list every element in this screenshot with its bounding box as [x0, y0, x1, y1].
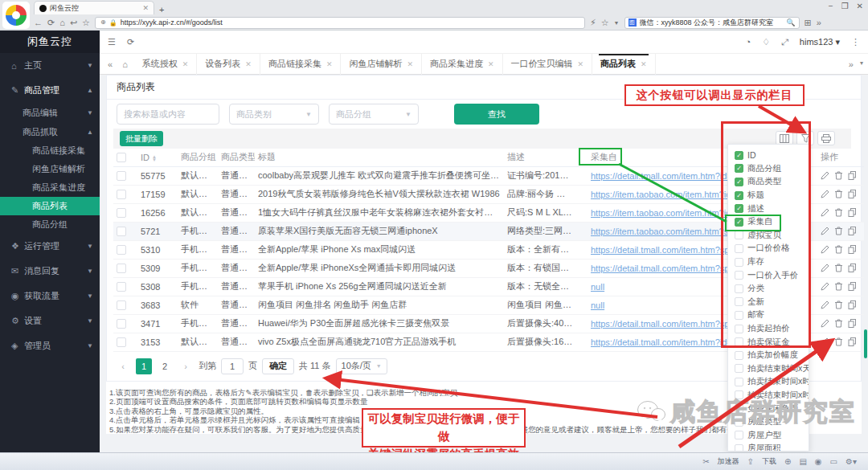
favorite-icon[interactable]: ☆ [601, 18, 609, 27]
delete-icon[interactable] [834, 171, 843, 180]
copy-icon[interactable] [848, 264, 857, 272]
column-option-拍卖加价幅度[interactable]: 拍卖加价幅度 [735, 349, 809, 362]
row-checkbox[interactable] [117, 319, 126, 329]
next-page-icon[interactable]: › [178, 358, 194, 374]
column-option-拍卖结束时间x时x分[interactable]: 拍卖结束时间x时x分 [735, 375, 809, 389]
unchecked-checkbox-icon[interactable] [735, 258, 743, 267]
hamburger-icon[interactable]: ☰ [108, 38, 116, 47]
grid-apps-icon[interactable]: ⊞ [805, 18, 812, 27]
sidebar-item-goods-group[interactable]: 商品分组 [0, 215, 100, 234]
edit-icon[interactable] [821, 264, 829, 272]
row-checkbox[interactable] [117, 282, 126, 292]
restore-icon[interactable]: ❐ [841, 2, 849, 10]
row-checkbox[interactable] [117, 171, 126, 181]
browser-tab[interactable]: 闲鱼云控 ✕ [34, 1, 154, 14]
sidebar-item-run-manage[interactable]: ❖运行管理▼ [0, 234, 100, 259]
delete-icon[interactable] [834, 264, 843, 272]
username[interactable]: hims123 ▾ [800, 37, 840, 47]
row-checkbox[interactable] [117, 208, 126, 218]
column-option-一口价价格[interactable]: 一口价价格 [735, 242, 809, 255]
row-checkbox[interactable] [117, 300, 126, 310]
close-icon[interactable]: ✕ [182, 60, 189, 68]
column-option-拍卖结束时间x时后[interactable]: 拍卖结束时间x时后 [735, 389, 809, 403]
unchecked-checkbox-icon[interactable] [735, 444, 743, 452]
tag-icon[interactable]: ♢ [762, 37, 770, 47]
home-icon[interactable]: ⌂ [59, 18, 65, 27]
edit-icon[interactable] [821, 190, 829, 198]
checked-checkbox-icon[interactable]: ✓ [735, 164, 743, 173]
sidebar-item-link-collect[interactable]: 商品链接采集 [0, 141, 100, 160]
sidebar-item-admin[interactable]: ◈管理员▼ [0, 333, 100, 358]
copy-icon[interactable] [848, 300, 857, 309]
flash-icon[interactable]: ⚡ [590, 18, 596, 27]
sidebar-item-goods-edit[interactable]: 商品编辑▼ [0, 103, 100, 122]
unchecked-checkbox-icon[interactable] [735, 431, 743, 439]
more-menu-icon[interactable]: ⋮ [851, 37, 860, 47]
close-tab-icon[interactable]: ✕ [142, 4, 149, 12]
delete-icon[interactable] [834, 208, 843, 217]
accelerator-label[interactable]: 加速器 [718, 456, 739, 467]
sidebar-item-settings[interactable]: ⚙设置▼ [0, 309, 100, 333]
column-option-房屋类型[interactable]: 房屋类型 [735, 415, 809, 429]
delete-icon[interactable] [834, 245, 843, 254]
unchecked-checkbox-icon[interactable] [735, 311, 743, 320]
print-icon[interactable] [817, 131, 835, 145]
sidebar-item-goods-grab[interactable]: 商品抓取▲ [0, 122, 100, 141]
fullscreen-icon[interactable]: ⤢ [781, 37, 788, 47]
delete-icon[interactable] [834, 337, 843, 346]
column-option-虚拟宝贝[interactable]: 虚拟宝贝 [735, 229, 809, 243]
scrollbar-thumb[interactable] [864, 329, 867, 358]
new-tab-button[interactable]: + [159, 5, 164, 14]
upload-icon[interactable]: ⇪ [747, 457, 754, 466]
page-size-select[interactable]: 10条/页▼ [336, 358, 387, 374]
copy-icon[interactable] [848, 171, 857, 180]
edit-icon[interactable] [821, 300, 829, 309]
checked-checkbox-icon[interactable]: ✓ [735, 204, 743, 213]
row-checkbox[interactable] [117, 337, 126, 347]
speed-icon[interactable]: ◔ [746, 37, 751, 47]
unchecked-checkbox-icon[interactable] [735, 404, 743, 413]
copy-icon[interactable] [848, 190, 857, 198]
row-checkbox[interactable] [117, 264, 126, 273]
column-option-标题[interactable]: ✓标题 [735, 189, 809, 202]
unchecked-checkbox-icon[interactable] [735, 351, 743, 360]
more-tabs-icon[interactable]: » [849, 59, 854, 69]
copy-icon[interactable] [848, 208, 857, 217]
copy-icon[interactable] [848, 227, 857, 235]
tab-设备列表[interactable]: 设备列表✕ [197, 54, 260, 75]
copy-icon[interactable] [848, 337, 857, 346]
back-icon[interactable]: ← [34, 18, 43, 27]
tab-menu-icon[interactable]: ▾ [860, 59, 863, 69]
delete-icon[interactable] [834, 300, 843, 309]
sidebar-item-home[interactable]: ⌂主页▼ [0, 53, 100, 78]
column-option-拍卖起拍价[interactable]: 拍卖起拍价 [735, 322, 809, 336]
close-window-icon[interactable]: ✕ [857, 2, 863, 10]
sidebar-item-get-traffic[interactable]: ◉获取流量▼ [0, 284, 100, 309]
column-option-商品分组[interactable]: ✓商品分组 [735, 162, 809, 176]
column-option-采集自[interactable]: ✓采集自 [735, 215, 809, 229]
bulk-delete-button[interactable]: 批量删除 [120, 131, 163, 146]
close-icon[interactable]: ✕ [326, 60, 333, 68]
column-option-商品类型[interactable]: ✓商品类型 [735, 175, 809, 189]
close-icon[interactable]: ✕ [407, 60, 413, 68]
sidebar-item-goods-list[interactable]: 商品列表 [0, 197, 100, 215]
close-icon[interactable]: ✕ [641, 60, 647, 68]
source-link[interactable]: null [591, 282, 604, 292]
unchecked-checkbox-icon[interactable] [735, 390, 743, 399]
unchecked-checkbox-icon[interactable] [735, 284, 743, 293]
unchecked-checkbox-icon[interactable] [735, 297, 743, 306]
copy-icon[interactable] [848, 282, 857, 291]
sidebar-item-msg-reply[interactable]: ✉消息回复▼ [0, 259, 100, 284]
download-label[interactable]: 下载 [762, 456, 776, 467]
tab-一口价宝贝编辑[interactable]: 一口价宝贝编辑✕ [503, 54, 593, 75]
edit-icon[interactable] [821, 245, 829, 254]
column-option-一口价入手价[interactable]: 一口价入手价 [735, 268, 809, 282]
sidebar-item-goods-manage[interactable]: ✎商品管理▲ [0, 78, 100, 103]
delete-icon[interactable] [834, 319, 843, 328]
select-all-checkbox[interactable] [117, 153, 126, 162]
bookmark-star-icon[interactable]: ☆ [82, 18, 90, 27]
column-option-拍卖结束时间x天[interactable]: 拍卖结束时间x天 [735, 362, 809, 376]
tab-商品采集进度[interactable]: 商品采集进度✕ [422, 54, 503, 75]
reload-icon[interactable]: ⟳ [47, 18, 55, 27]
unchecked-checkbox-icon[interactable] [735, 364, 743, 373]
